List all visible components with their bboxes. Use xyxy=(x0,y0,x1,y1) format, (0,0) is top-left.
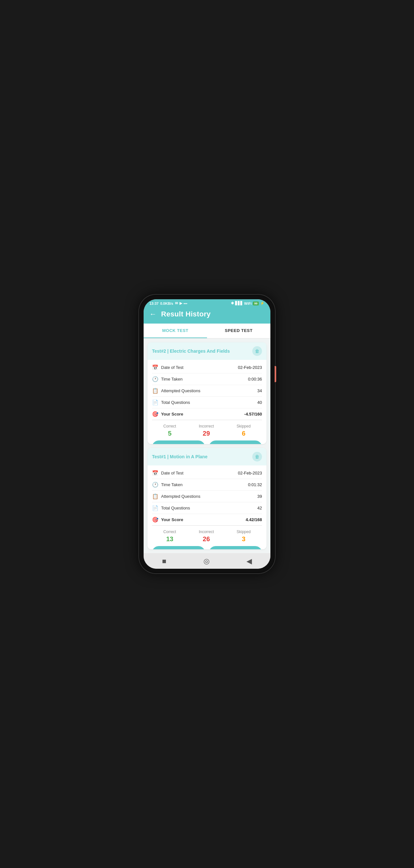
card-body-1: 📅 Date of Test 02-Feb-2023 🕐 Time Taken … xyxy=(147,465,267,525)
attempted-row-1: 📋 Attempted Questions 39 xyxy=(152,491,262,502)
time-display: 13:37 xyxy=(149,302,159,305)
test1-title: Test#1 | Motion in A Plane xyxy=(152,454,207,459)
correct-stat-1: Correct 13 xyxy=(163,530,176,543)
bottom-nav: ■ ◎ ◀ xyxy=(144,553,270,569)
list-icon-1: 📋 xyxy=(152,493,159,499)
target-icon-1: 🎯 xyxy=(152,517,159,523)
battery-indicator: 99 xyxy=(253,302,259,305)
correct-stat-2: Correct 5 xyxy=(163,424,176,437)
date-row-2: 📅 Date of Test 02-Feb-2023 xyxy=(152,362,262,373)
incorrect-stat-2: Incorrect 29 xyxy=(199,424,214,437)
back-nav-icon[interactable]: ◀ xyxy=(246,557,252,565)
incorrect-stat-1: Incorrect 26 xyxy=(199,530,214,543)
time-value-2: 0:00:36 xyxy=(248,377,262,381)
score-value-1: 4.42/168 xyxy=(245,517,262,522)
doc-icon-1: 📄 xyxy=(152,505,159,511)
mail-icon: ✉ xyxy=(175,301,178,305)
total-value-2: 40 xyxy=(257,400,262,405)
date-row-1: 📅 Date of Test 02-Feb-2023 xyxy=(152,467,262,479)
time-row-1: 🕐 Time Taken 0:01:32 xyxy=(152,479,262,491)
content-area: Test#2 | Electric Charges And Fields 🗑 📅… xyxy=(144,338,270,553)
action-row-1: SOLUTION RETAKE xyxy=(147,546,267,550)
page-title: Result History xyxy=(161,310,211,318)
retake-button-2[interactable]: RETAKE xyxy=(209,440,262,444)
status-left: 13:37 0.0KB/s ✉ ▶ ••• xyxy=(149,301,187,305)
attempted-value-2: 34 xyxy=(257,388,262,393)
tab-mock-test[interactable]: MOCK TEST xyxy=(144,323,207,338)
stats-row-2: Correct 5 Incorrect 29 Skipped 6 xyxy=(147,420,267,440)
doc-icon: 📄 xyxy=(152,399,159,405)
bluetooth-icon: ✱ xyxy=(231,301,234,305)
volume-button xyxy=(275,366,276,382)
score-value-2: -4.57/160 xyxy=(244,412,262,416)
clock-icon: 🕐 xyxy=(152,376,159,382)
date-value-2: 02-Feb-2023 xyxy=(238,365,262,370)
test2-title: Test#2 | Electric Charges And Fields xyxy=(152,348,230,354)
attempted-value-1: 39 xyxy=(257,494,262,499)
card-header-1: Test#1 | Motion in A Plane 🗑 xyxy=(147,448,267,465)
more-icon: ••• xyxy=(184,302,187,305)
home-nav-icon[interactable]: ◎ xyxy=(203,557,210,565)
solution-button-1[interactable]: SOLUTION xyxy=(152,546,205,550)
action-row-2: SOLUTION RETAKE xyxy=(147,440,267,444)
signal-icon: ▋▋▋ xyxy=(235,301,243,305)
tabs-bar: MOCK TEST SPEED TEST xyxy=(144,323,270,338)
total-row-1: 📄 Total Questions 42 xyxy=(152,502,262,514)
calendar-icon-1: 📅 xyxy=(152,470,159,476)
total-row-2: 📄 Total Questions 40 xyxy=(152,397,262,408)
clock-icon-1: 🕐 xyxy=(152,482,159,488)
phone-shell: 13:37 0.0KB/s ✉ ▶ ••• ✱ ▋▋▋ WiFi 99 ⚡ ← … xyxy=(139,295,275,573)
card-body-2: 📅 Date of Test 02-Feb-2023 🕐 Time Taken … xyxy=(147,360,267,420)
phone-screen: 13:37 0.0KB/s ✉ ▶ ••• ✱ ▋▋▋ WiFi 99 ⚡ ← … xyxy=(144,299,270,569)
network-speed: 0.0KB/s xyxy=(160,302,173,305)
solution-button-2[interactable]: SOLUTION xyxy=(152,440,205,444)
test-card-1: Test#1 | Motion in A Plane 🗑 📅 Date of T… xyxy=(147,448,267,550)
time-value-1: 0:01:32 xyxy=(248,482,262,487)
square-nav-icon[interactable]: ■ xyxy=(162,557,166,565)
app-header: ← Result History xyxy=(144,307,270,323)
status-right: ✱ ▋▋▋ WiFi 99 ⚡ xyxy=(231,301,265,305)
time-row-2: 🕐 Time Taken 0:00:36 xyxy=(152,373,262,385)
back-button[interactable]: ← xyxy=(149,310,157,318)
skipped-stat-1: Skipped 3 xyxy=(237,530,251,543)
charging-icon: ⚡ xyxy=(260,301,265,305)
score-row-2: 🎯 Your Score -4.57/160 xyxy=(152,408,262,420)
test-card-2: Test#2 | Electric Charges And Fields 🗑 📅… xyxy=(147,342,267,444)
card-header-2: Test#2 | Electric Charges And Fields 🗑 xyxy=(147,342,267,360)
target-icon: 🎯 xyxy=(152,411,159,417)
delete-button-test1[interactable]: 🗑 xyxy=(252,452,262,462)
total-value-1: 42 xyxy=(257,505,262,510)
score-row-1: 🎯 Your Score 4.42/168 xyxy=(152,514,262,525)
tab-speed-test[interactable]: SPEED TEST xyxy=(207,323,270,338)
date-value-1: 02-Feb-2023 xyxy=(238,471,262,475)
list-icon: 📋 xyxy=(152,388,159,394)
retake-button-1[interactable]: RETAKE xyxy=(209,546,262,550)
status-bar: 13:37 0.0KB/s ✉ ▶ ••• ✱ ▋▋▋ WiFi 99 ⚡ xyxy=(144,299,270,307)
skipped-stat-2: Skipped 6 xyxy=(237,424,251,437)
calendar-icon: 📅 xyxy=(152,364,159,371)
stats-row-1: Correct 13 Incorrect 26 Skipped 3 xyxy=(147,526,267,546)
wifi-icon: WiFi xyxy=(244,302,252,305)
delete-button-test2[interactable]: 🗑 xyxy=(252,346,262,356)
play-icon: ▶ xyxy=(179,301,182,305)
attempted-row-2: 📋 Attempted Questions 34 xyxy=(152,385,262,397)
